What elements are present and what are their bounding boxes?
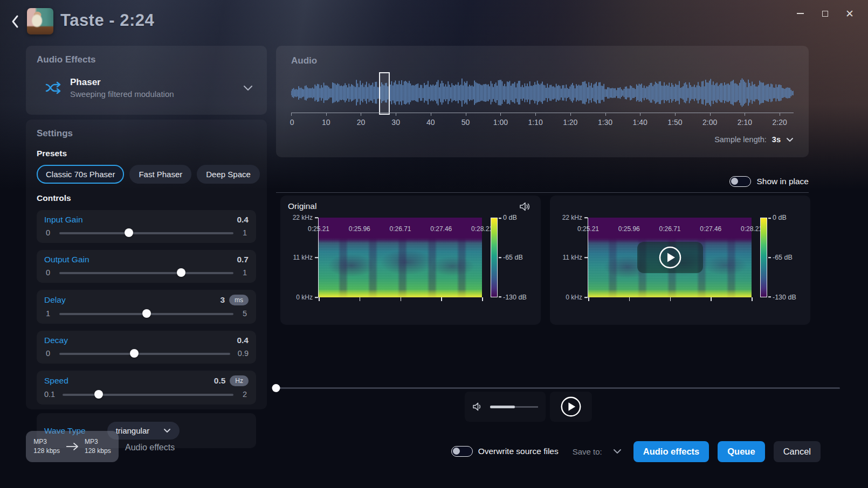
audio-effects-title: Audio Effects <box>37 54 256 65</box>
chevron-down-icon[interactable] <box>786 137 794 142</box>
queue-button[interactable]: Queue <box>718 441 764 462</box>
slider-track[interactable] <box>59 309 233 318</box>
frequency-label: 0 kHz <box>566 294 582 301</box>
axis-tick-label: 50 <box>461 118 470 127</box>
colorbar-tick <box>499 296 501 297</box>
play-icon <box>658 246 682 269</box>
close-button[interactable]: ✕ <box>842 6 857 20</box>
time-label: 0:25.96 <box>618 225 640 233</box>
time-tick <box>588 297 589 301</box>
frequency-label: 11 kHz <box>563 254 582 261</box>
show-in-place-row: Show in place <box>276 173 809 190</box>
axis-tick <box>535 113 536 116</box>
sample-length-row: Sample length: 3s <box>291 135 794 144</box>
back-button[interactable] <box>8 14 23 29</box>
slider-track[interactable] <box>63 389 233 399</box>
slider-value: 0.4 <box>237 215 249 225</box>
slider-track[interactable] <box>59 348 230 358</box>
axis-tick-label: 2:00 <box>702 118 717 127</box>
chevron-down-icon <box>163 428 171 433</box>
preset-fast-phaser[interactable]: Fast Phaser <box>129 165 191 184</box>
axis-tick <box>431 113 431 116</box>
axis-tick-label: 1:10 <box>528 118 542 127</box>
preview-play-button[interactable] <box>637 242 703 273</box>
slider-thumb[interactable] <box>142 309 151 318</box>
song-title: Taste - 2:24 <box>60 11 154 30</box>
cancel-button[interactable]: Cancel <box>774 441 821 462</box>
effect-selector[interactable]: Phaser Sweeping filtered modulation <box>37 77 256 99</box>
axis-tick <box>710 113 711 116</box>
maximize-button[interactable] <box>817 6 832 20</box>
volume-slider[interactable] <box>490 403 538 410</box>
mute-button[interactable] <box>519 201 531 214</box>
play-button[interactable] <box>550 392 592 422</box>
colorbar-label: 0 dB <box>503 214 517 221</box>
slider-track[interactable] <box>59 268 233 277</box>
sample-length-label: Sample length: <box>714 135 767 144</box>
sample-selection-handle[interactable] <box>379 72 389 115</box>
slider-speed: Speed0.5Hz0.12 <box>37 371 256 405</box>
time-label: 0:28.21 <box>471 225 493 233</box>
slider-header: Delay3ms <box>44 295 249 305</box>
axis-tick <box>780 113 780 116</box>
slider-track[interactable] <box>59 228 233 238</box>
preset-deep-space[interactable]: Deep Space <box>197 165 260 184</box>
slider-row: 01 <box>44 228 249 238</box>
slider-label: Decay <box>44 336 68 345</box>
sample-length-value[interactable]: 3s <box>772 135 781 144</box>
slider-row: 0.12 <box>44 389 249 399</box>
progress-thumb[interactable] <box>272 384 280 392</box>
audio-panel: Audio 010203040501:001:101:201:301:401:5… <box>276 46 809 157</box>
chevron-down-icon[interactable] <box>613 449 622 454</box>
axis-tick <box>500 113 501 116</box>
waveform-path <box>291 79 794 107</box>
spectrogram-plot-original: 0:25.210:25.960:26.710:27.460:28.21 <box>318 218 482 297</box>
overwrite-toggle[interactable] <box>451 446 473 457</box>
slider-min: 0 <box>44 349 52 358</box>
slider-thumb[interactable] <box>125 228 133 237</box>
slider-output-gain: Output Gain0.701 <box>37 250 256 283</box>
unit-badge: ms <box>229 295 249 305</box>
colorbar-label: -130 dB <box>773 294 796 301</box>
colorbar: 0 dB-65 dB-130 dB <box>491 218 533 297</box>
axis-tick-label: 10 <box>322 118 330 127</box>
slider-label: Input Gain <box>44 215 83 225</box>
time-label: 0:25.96 <box>349 225 370 233</box>
frequency-label: 0 kHz <box>296 294 313 301</box>
show-in-place-toggle[interactable] <box>729 176 751 187</box>
settings-title: Settings <box>37 128 256 139</box>
source-format: MP3 128 kbps <box>33 437 60 456</box>
waveform[interactable] <box>291 75 794 111</box>
colorbar-labels: 0 dB-65 dB-130 dB <box>773 218 803 297</box>
axis-tick <box>675 113 676 116</box>
slider-min: 0.1 <box>44 390 55 399</box>
slider-header: Input Gain0.4 <box>44 215 249 225</box>
track-line <box>63 394 233 396</box>
chevron-left-icon <box>11 15 19 29</box>
audio-effects-button[interactable]: Audio effects <box>633 441 709 462</box>
preset-classic-70s-phaser[interactable]: Classic 70s Phaser <box>37 165 124 184</box>
minimize-button[interactable] <box>793 6 808 20</box>
controls-label: Controls <box>37 193 256 203</box>
volume-icon[interactable] <box>472 402 484 412</box>
axis-tick <box>291 113 292 116</box>
operation-label: Audio effects <box>125 443 175 452</box>
spectrogram-card-original: Original 22 kHz11 kHz0 kHz 0:25.210:25.9… <box>280 196 541 325</box>
slider-thumb[interactable] <box>177 268 185 277</box>
slider-decay: Decay0.400.9 <box>37 331 256 364</box>
slider-thumb[interactable] <box>130 349 139 358</box>
axis-tick-label: 20 <box>357 118 366 127</box>
slider-thumb[interactable] <box>94 390 103 399</box>
shuffle-icon <box>45 80 61 96</box>
audio-title: Audio <box>291 55 794 66</box>
slider-value: 3 <box>220 295 225 305</box>
axis-tick-label: 1:20 <box>563 118 577 127</box>
slider-max: 2 <box>241 390 249 399</box>
axis-tick <box>326 113 327 116</box>
colorbar: 0 dB-65 dB-130 dB <box>760 218 803 297</box>
effect-name: Phaser <box>70 77 174 88</box>
time-tick <box>319 297 320 301</box>
time-tick <box>482 297 483 301</box>
window-controls: ✕ <box>793 6 857 20</box>
colorbar-tick <box>768 257 771 258</box>
